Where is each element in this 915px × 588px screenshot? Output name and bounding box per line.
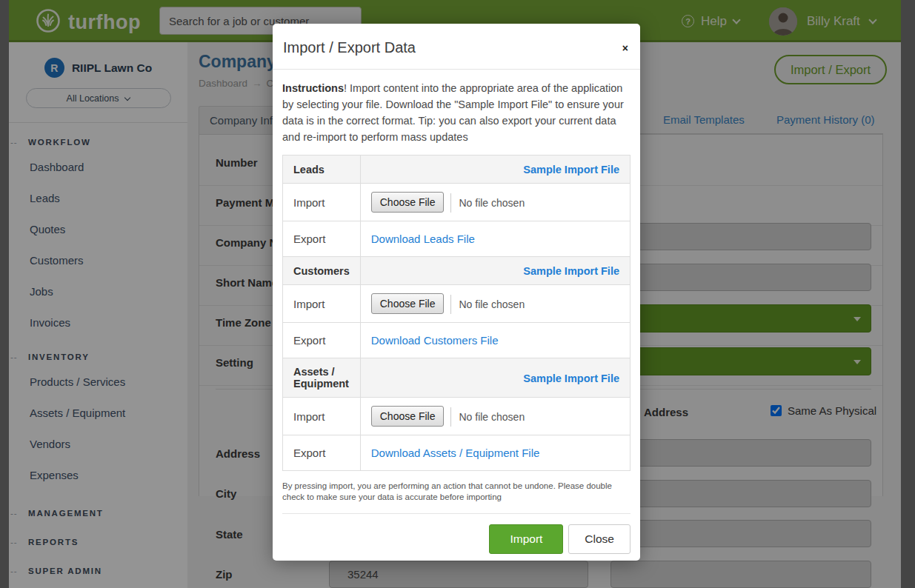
leads-section-header: Leads Sample Import File (283, 156, 630, 184)
assets-import-row: Import Choose FileNo file chosen (283, 398, 630, 435)
customers-choose-file-button[interactable]: Choose File (371, 293, 445, 314)
leads-sample-import-link[interactable]: Sample Import File (523, 164, 619, 176)
instructions-text: Instructions! Import content into the ap… (282, 80, 630, 145)
file-separator (450, 193, 451, 213)
customers-import-row: Import Choose FileNo file chosen (283, 285, 630, 323)
modal-title: Import / Export Data (283, 39, 630, 56)
instructions-bold: Instructions (282, 82, 344, 94)
leads-import-label: Import (283, 184, 361, 221)
leads-file-status: No file chosen (459, 197, 525, 209)
leads-import-row: Import Choose FileNo file chosen (283, 184, 630, 221)
customers-section-title: Customers (283, 257, 361, 285)
modal-body: Instructions! Import content into the ap… (273, 70, 640, 503)
import-button[interactable]: Import (489, 524, 563, 554)
file-separator (450, 295, 451, 314)
assets-export-label: Export (283, 435, 361, 471)
modal-header: Import / Export Data × (273, 24, 640, 70)
import-export-table: Leads Sample Import File Import Choose F… (282, 155, 630, 471)
assets-export-row: Export Download Assets / Equipment File (283, 435, 630, 471)
customers-export-label: Export (283, 323, 361, 358)
file-separator (450, 407, 451, 427)
close-icon[interactable]: × (622, 43, 628, 53)
leads-section-title: Leads (283, 156, 361, 184)
assets-section-title: Assets / Equipment (283, 358, 361, 398)
modal-footer: ImportClose (282, 513, 630, 554)
customers-file-status: No file chosen (459, 298, 525, 310)
leads-export-label: Export (283, 221, 361, 257)
assets-sample-import-link[interactable]: Sample Import File (523, 372, 619, 384)
download-customers-link[interactable]: Download Customers File (371, 331, 499, 350)
import-warning-text: By pressing import, you are performing a… (282, 481, 630, 503)
customers-export-row: Export Download Customers File (283, 323, 630, 358)
download-leads-link[interactable]: Download Leads File (371, 230, 475, 248)
assets-section-header: Assets / Equipment Sample Import File (283, 358, 630, 398)
assets-choose-file-button[interactable]: Choose File (371, 406, 445, 427)
leads-export-row: Export Download Leads File (283, 221, 630, 257)
close-button[interactable]: Close (568, 524, 630, 554)
customers-section-header: Customers Sample Import File (283, 257, 630, 285)
app-screen: turfhop ? Help Billy Kraft R RIIPL Lawn … (0, 0, 915, 588)
import-export-modal: Import / Export Data × Instructions! Imp… (273, 24, 640, 561)
download-assets-link[interactable]: Download Assets / Equipment File (371, 444, 540, 462)
customers-sample-import-link[interactable]: Sample Import File (523, 265, 619, 277)
assets-file-status: No file chosen (459, 411, 525, 423)
assets-import-label: Import (283, 398, 361, 435)
customers-import-label: Import (283, 285, 361, 323)
leads-choose-file-button[interactable]: Choose File (371, 192, 445, 213)
